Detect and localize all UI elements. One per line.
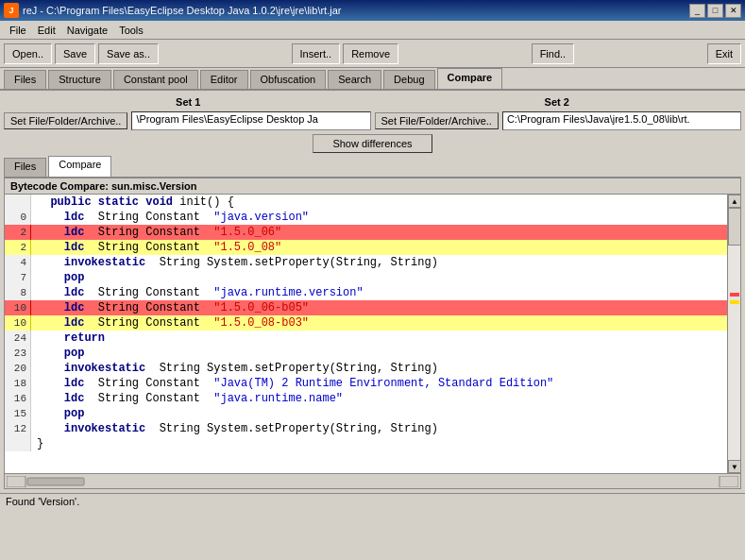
tab-structure[interactable]: Structure: [48, 70, 111, 89]
minimize-button[interactable]: _: [689, 4, 705, 18]
line-content: pop: [31, 346, 727, 361]
line-content: ldc String Constant "Java(TM) 2 Runtime …: [31, 376, 727, 391]
line-content: ldc String Constant "1.5.0_08-b03": [31, 315, 727, 331]
table-row: 16 ldc String Constant "java.runtime.nam…: [5, 391, 727, 406]
table-row: public static void init() {: [5, 195, 727, 210]
status-bar: Found 'Version'.: [0, 493, 745, 512]
tab-compare[interactable]: Compare: [437, 68, 503, 89]
svg-rect-1: [27, 478, 84, 485]
table-row: 24 return: [5, 331, 727, 346]
table-row: 7 pop: [5, 270, 727, 285]
table-row: 2 ldc String Constant "1.5.0_06": [5, 225, 727, 240]
table-row: }: [5, 436, 727, 451]
line-number: 2: [5, 240, 31, 255]
table-row: 20 invokestatic String System.setPropert…: [5, 361, 727, 376]
exit-button[interactable]: Exit: [707, 43, 741, 64]
save-as-button[interactable]: Save as..: [98, 43, 159, 64]
table-row: 10 ldc String Constant "1.5.0_06-b05": [5, 300, 727, 315]
title-text: reJ - C:\Program Files\EasyEclipse Deskt…: [23, 5, 341, 16]
compare-area: Set 1 Set 2 Set File/Folder/Archive.. \P…: [0, 91, 745, 493]
status-text: Found 'Version'.: [6, 496, 79, 507]
line-number: 10: [5, 300, 31, 315]
menu-file[interactable]: File: [4, 23, 32, 38]
save-button[interactable]: Save: [55, 43, 95, 64]
sub-tab-bar: Files Compare: [4, 157, 741, 178]
line-number: 10: [5, 315, 31, 331]
svg-rect-2: [720, 476, 738, 487]
line-content: pop: [31, 270, 727, 285]
line-content: ldc String Constant "java.runtime.name": [31, 391, 727, 406]
tab-search[interactable]: Search: [328, 70, 381, 89]
table-row: 18 ldc String Constant "Java(TM) 2 Runti…: [5, 376, 727, 391]
tab-editor[interactable]: Editor: [200, 70, 248, 89]
line-number: 0: [5, 210, 31, 225]
subtab-compare[interactable]: Compare: [48, 156, 111, 177]
line-number: 15: [5, 406, 31, 421]
tab-files[interactable]: Files: [4, 70, 46, 89]
file-path-row: Set File/Folder/Archive.. \Program Files…: [4, 111, 741, 130]
tab-obfuscation[interactable]: Obfuscation: [250, 70, 327, 89]
toolbar: Open.. Save Save as.. Insert.. Remove Fi…: [0, 40, 745, 68]
line-number: 20: [5, 361, 31, 376]
set-headers: Set 1 Set 2: [4, 94, 741, 110]
line-content: invokestatic String System.setProperty(S…: [31, 421, 727, 436]
set1-label: Set 1: [4, 94, 373, 110]
line-number: 2: [5, 225, 31, 240]
line-content: ldc String Constant "java.version": [31, 210, 727, 225]
line-number: 4: [5, 255, 31, 270]
line-number: [5, 195, 31, 210]
tab-constant-pool[interactable]: Constant pool: [113, 70, 198, 89]
table-row: 0 ldc String Constant "java.version": [5, 210, 727, 225]
set2-label: Set 2: [373, 94, 742, 110]
table-row: 10 ldc String Constant "1.5.0_08-b03": [5, 315, 727, 331]
menu-navigate[interactable]: Navigate: [61, 23, 113, 38]
app-icon: J: [4, 3, 19, 18]
svg-rect-0: [7, 476, 25, 487]
path2-display: C:\Program Files\Java\jre1.5.0_08\lib\rt…: [502, 111, 741, 130]
line-content: ldc String Constant "1.5.0_06-b05": [31, 300, 727, 315]
table-row: 8 ldc String Constant "java.runtime.vers…: [5, 285, 727, 300]
line-number: 8: [5, 285, 31, 300]
remove-button[interactable]: Remove: [343, 43, 398, 64]
line-content: ldc String Constant "1.5.0_06": [31, 225, 727, 240]
line-content: return: [31, 331, 727, 346]
subtab-files[interactable]: Files: [4, 158, 46, 177]
line-number: 18: [5, 376, 31, 391]
content-panel: Bytecode Compare: sun.misc.Version publi…: [4, 178, 741, 489]
maximize-button[interactable]: □: [707, 4, 723, 18]
line-content: invokestatic String System.setProperty(S…: [31, 361, 727, 376]
menu-edit[interactable]: Edit: [32, 23, 61, 38]
close-button[interactable]: ✕: [725, 4, 741, 18]
line-content: pop: [31, 406, 727, 421]
vertical-scrollbar[interactable]: ▲▼: [727, 195, 740, 473]
table-row: 12 invokestatic String System.setPropert…: [5, 421, 727, 436]
show-differences-button[interactable]: Show differences: [313, 134, 432, 153]
line-number: 7: [5, 270, 31, 285]
open-button[interactable]: Open..: [4, 43, 52, 64]
line-content: invokestatic String System.setProperty(S…: [31, 255, 727, 270]
table-row: 2 ldc String Constant "1.5.0_08": [5, 240, 727, 255]
code-area[interactable]: public static void init() {0 ldc String …: [5, 195, 740, 473]
horizontal-scrollbar[interactable]: [5, 473, 740, 488]
line-number: 16: [5, 391, 31, 406]
set-file1-button[interactable]: Set File/Folder/Archive..: [4, 112, 127, 129]
line-content: }: [31, 436, 727, 451]
menu-bar: File Edit Navigate Tools: [0, 21, 745, 40]
line-content: public static void init() {: [31, 195, 727, 210]
find-button[interactable]: Find..: [532, 43, 575, 64]
line-content: ldc String Constant "java.runtime.versio…: [31, 285, 727, 300]
main-tab-bar: Files Structure Constant pool Editor Obf…: [0, 68, 745, 91]
path1-display: \Program Files\EasyEclipse Desktop Ja: [131, 111, 370, 130]
insert-button[interactable]: Insert..: [292, 43, 341, 64]
class-title: Bytecode Compare: sun.misc.Version: [5, 178, 740, 195]
line-number: 24: [5, 331, 31, 346]
window-controls[interactable]: _ □ ✕: [689, 4, 741, 18]
show-diff-row: Show differences: [4, 134, 741, 153]
table-row: 4 invokestatic String System.setProperty…: [5, 255, 727, 270]
set-file2-button[interactable]: Set File/Folder/Archive..: [375, 112, 499, 129]
line-number: [5, 436, 31, 451]
tab-debug[interactable]: Debug: [383, 70, 434, 89]
line-number: 23: [5, 346, 31, 361]
menu-tools[interactable]: Tools: [113, 23, 149, 38]
table-row: 23 pop: [5, 346, 727, 361]
